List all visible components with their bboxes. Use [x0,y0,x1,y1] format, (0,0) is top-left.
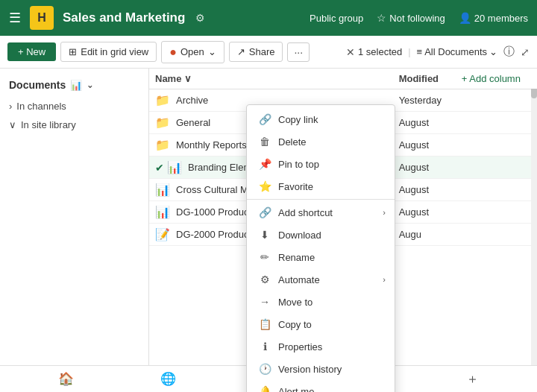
file-name[interactable]: General [176,117,210,128]
menu-item-icon: 🔗 [259,206,271,218]
share-button[interactable]: ↗ Share [229,42,283,62]
modified-cell: August [393,112,456,134]
more-actions-button[interactable]: ··· [287,42,310,62]
menu-item-icon: 📋 [259,318,271,330]
modified-column-header[interactable]: Modified [393,69,456,89]
modified-cell: August [393,134,456,157]
info-icon[interactable]: ⓘ [503,45,515,59]
folder-icon: 📁 [155,138,170,152]
menu-item-rename[interactable]: ✏ Rename [247,246,395,268]
file-name[interactable]: Archive [176,95,208,106]
menu-item-automate[interactable]: ⚙ Automate › [247,268,395,291]
expand-icon[interactable]: ⤢ [521,46,530,58]
menu-item-label: Pin to top [278,159,319,170]
menu-item-alert-me[interactable]: 🔔 Alert me [247,380,395,392]
menu-item-version-history[interactable]: 🕐 Version history [247,358,395,380]
submenu-arrow-icon: › [383,275,386,284]
menu-item-icon: ⬇ [259,229,271,241]
menu-item-copy-to[interactable]: 📋 Copy to [247,313,395,335]
menu-item-label: Delete [278,136,307,148]
menu-item-label: Version history [278,364,342,375]
menu-item-icon: 🕐 [259,363,271,375]
docx-icon: 📝 [155,227,170,241]
modified-cell: August [393,157,456,179]
selected-badge: ✕ 1 selected [346,46,402,58]
menu-item-copy-link[interactable]: 🔗 Copy link [247,108,395,130]
view-toggle-icon[interactable]: 📊 [70,80,82,91]
menu-item-icon: 🗑 [259,136,271,148]
vertical-scrollbar[interactable] [531,69,537,392]
hamburger-icon[interactable]: ☰ [9,10,21,26]
menu-item-icon: 🔗 [259,113,271,125]
menu-item-label: Copy link [278,114,318,125]
menu-item-label: Move to [278,297,313,308]
new-button[interactable]: + New [7,42,56,61]
panel-header: Documents 📊 ⌄ [0,76,148,97]
clear-selection-button[interactable]: ✕ [346,46,355,58]
selected-count: 1 selected [358,46,402,57]
nav-actions: Public group ☆ Not following 👤 20 member… [310,12,528,24]
web-icon[interactable]: 🌐 [160,371,176,387]
menu-item-move-to[interactable]: → Move to [247,291,395,313]
left-panel: Documents 📊 ⌄ › In channels ∨ In site li… [0,69,149,392]
panel-chevron[interactable]: ⌄ [87,80,93,90]
in-site-library-chevron: ∨ [9,119,16,130]
modified-cell: Augu [393,224,456,246]
pptx-icon: 📊 [155,205,170,219]
all-documents-button[interactable]: ≡ All Documents ⌄ [417,46,497,57]
menu-item-label: Alert me [278,386,314,393]
menu-item-icon: ✏ [259,251,271,263]
menu-item-download[interactable]: ⬇ Download [247,224,395,246]
menu-item-label: Automate [278,274,320,285]
menu-item-add-shortcut[interactable]: 🔗 Add shortcut › [247,201,395,224]
menu-item-delete[interactable]: 🗑 Delete [247,130,395,153]
folder-icon: 📁 [155,116,170,130]
menu-item-label: Copy to [278,319,312,330]
in-site-library-section[interactable]: ∨ In site library [0,116,148,134]
modified-cell: August [393,179,456,201]
toolbar: + New ⊞ Edit in grid view ● Open ⌄ ↗ Sha… [0,36,537,69]
open-button[interactable]: ● Open ⌄ [161,41,224,63]
menu-item-icon: 📌 [259,158,271,170]
toolbar-right: ✕ 1 selected | ≡ All Documents ⌄ ⓘ ⤢ [346,45,530,59]
name-column-header[interactable]: Name ∨ [149,69,393,89]
modified-cell: August [393,201,456,224]
menu-item-icon: ⚙ [259,274,271,285]
home-icon[interactable]: 🏠 [58,371,74,387]
context-menu: 🔗 Copy link 🗑 Delete 📌 Pin to top ⭐ Favo… [246,104,395,392]
following-button[interactable]: ☆ Not following [377,12,445,24]
extra-cell [456,224,537,246]
in-channels-section[interactable]: › In channels [0,97,148,116]
add-column-button[interactable]: + Add column [456,69,537,89]
menu-item-label: Favorite [278,181,313,192]
in-channels-label: In channels [16,101,66,112]
site-title: Sales and Marketing [63,10,185,25]
extra-cell [456,179,537,201]
extra-cell [456,201,537,224]
members-button[interactable]: 👤 20 members [459,12,528,24]
documents-area: Documents 📊 ⌄ › In channels ∨ In site li… [0,69,537,392]
in-channels-chevron: › [9,101,12,112]
app-logo: H [30,6,54,30]
menu-item-properties[interactable]: ℹ Properties [247,335,395,358]
folder-icon: 📁 [155,93,170,107]
menu-item-label: Properties [278,341,322,353]
menu-item-icon: ℹ [259,341,271,353]
menu-item-pin-to-top[interactable]: 📌 Pin to top [247,153,395,175]
pptx-icon: 📊 [167,160,182,174]
menu-item-icon: ⭐ [259,180,271,192]
extra-cell [456,112,537,134]
submenu-arrow-icon: › [383,208,386,217]
pptx-icon: 📊 [155,183,170,197]
extra-cell [456,89,537,112]
public-group-label: Public group [310,13,363,24]
top-navigation: ☰ H Sales and Marketing ⚙ Public group ☆… [0,0,537,36]
add-icon[interactable]: ＋ [466,370,479,388]
menu-item-label: Download [278,230,321,241]
settings-icon[interactable]: ⚙ [195,12,205,24]
edit-grid-button[interactable]: ⊞ Edit in grid view [60,42,157,62]
modified-cell: Yesterday [393,89,456,112]
file-name[interactable]: Monthly Reports [176,139,247,151]
menu-item-favorite[interactable]: ⭐ Favorite [247,175,395,197]
menu-item-label: Rename [278,252,315,263]
